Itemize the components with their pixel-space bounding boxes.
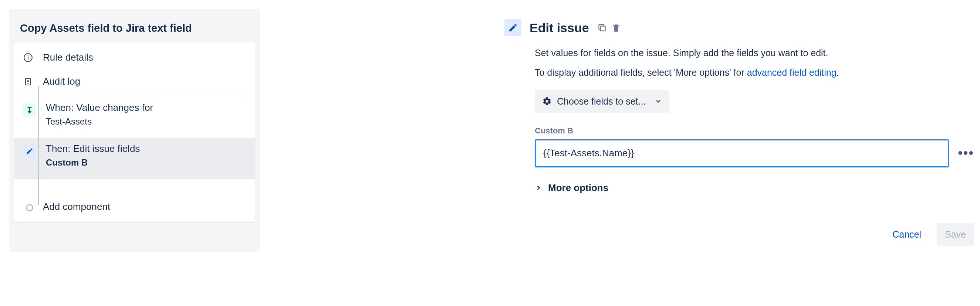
gear-icon [542,97,552,106]
rule-card: Rule details Audit log When: Value chang… [14,43,255,222]
advanced-field-editing-link[interactable]: advanced field editing [747,67,837,78]
rule-title: Copy Assets field to Jira text field [9,18,260,43]
chevron-down-icon [655,98,662,105]
divider [22,95,247,95]
custom-field-block: Custom B ••• [535,126,974,167]
add-component-label: Add component [43,201,110,212]
audit-log-label: Audit log [43,76,80,87]
rule-sidebar: Copy Assets field to Jira text field Rul… [9,9,260,252]
trigger-subtitle: Test-Assets [46,116,153,127]
add-node-icon [26,204,33,211]
desc-line-2b: . [837,67,839,78]
chevron-right-icon [535,184,542,192]
choose-fields-button[interactable]: Choose fields to set... [535,90,669,113]
trigger-icon [23,103,36,117]
rule-details-row[interactable]: Rule details [14,46,255,70]
more-options-label: More options [548,182,608,193]
svg-point-2 [28,55,29,56]
edit-issue-icon [504,19,522,36]
add-component-row[interactable]: Add component [14,179,255,219]
desc-line-2a: To display additional fields, select 'Mo… [535,67,747,78]
field-more-actions-icon[interactable]: ••• [958,151,974,155]
rule-trigger-step[interactable]: When: Value changes for Test-Assets [14,97,255,138]
rule-action-step[interactable]: Then: Edit issue fields Custom B [14,138,255,179]
detail-description: Set values for fields on the issue. Simp… [504,46,974,80]
cancel-button[interactable]: Cancel [884,223,929,246]
custom-b-input[interactable] [535,140,949,167]
rule-details-label: Rule details [43,52,93,63]
save-button[interactable]: Save [937,223,974,246]
detail-pane: Edit issue Set values for fields on the … [504,9,974,246]
action-icon [23,144,36,158]
desc-line-1: Set values for fields on the issue. Simp… [535,46,974,60]
log-icon [23,77,33,87]
footer-actions: Cancel Save [535,223,974,246]
more-options-toggle[interactable]: More options [535,182,974,193]
trigger-title: When: Value changes for [46,102,153,113]
svg-rect-9 [600,26,605,31]
delete-icon[interactable] [611,23,621,33]
choose-fields-label: Choose fields to set... [557,96,646,107]
detail-header: Edit issue [504,19,974,36]
field-label: Custom B [535,126,974,136]
audit-log-row[interactable]: Audit log [14,70,255,94]
action-subtitle: Custom B [46,157,140,168]
action-title: Then: Edit issue fields [46,143,140,154]
detail-title: Edit issue [530,21,589,35]
step-connector-line [38,86,39,205]
info-icon [23,53,33,62]
copy-icon[interactable] [597,23,607,33]
